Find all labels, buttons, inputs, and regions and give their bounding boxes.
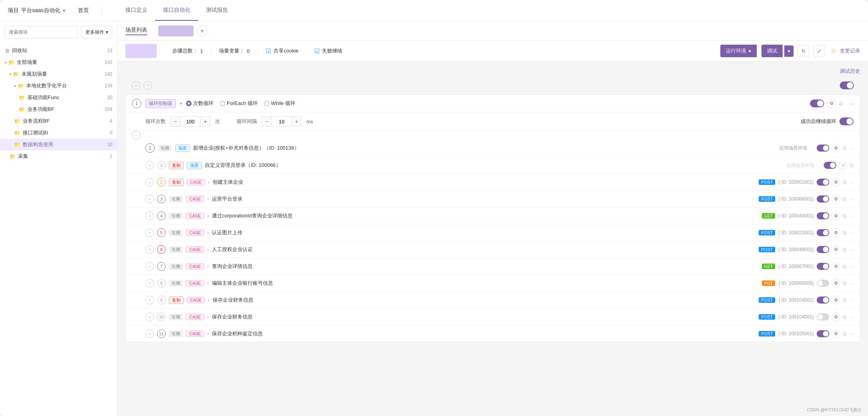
sidebar-item-api-test[interactable]: 📁 接口测试BI 0 <box>0 127 117 139</box>
loop-interval-input[interactable] <box>272 116 291 127</box>
step-1-gear-icon[interactable]: ⚙ <box>832 144 840 152</box>
sidebar-item-unplanned[interactable]: ▾ 📁 未规划场量 142 <box>0 68 117 80</box>
expand-button[interactable]: ⤢ <box>813 45 825 57</box>
step-5-copy-icon[interactable]: ⧉ <box>843 230 846 236</box>
step-2-enable-toggle[interactable] <box>817 179 829 186</box>
tab-interface-automation[interactable]: 接口自动化 <box>155 0 198 21</box>
radio-while-loop[interactable]: While 循环 <box>264 100 295 107</box>
add-before-step2[interactable]: + <box>145 178 154 186</box>
add-before-step5[interactable]: + <box>145 228 154 237</box>
sidebar-item-basic-func[interactable]: 📁 基础功能Func 20 <box>0 92 117 103</box>
step-11-more-icon[interactable]: ··· <box>849 331 854 337</box>
refresh-button[interactable]: ↻ <box>797 45 809 57</box>
loop-interval-decrease[interactable]: − <box>262 116 272 127</box>
step-7-enable-toggle[interactable] <box>817 263 829 270</box>
star-button[interactable]: ☆ <box>830 47 837 55</box>
step-6-copy-icon[interactable]: ⧉ <box>843 246 846 253</box>
step-1-copy-icon[interactable]: ⧉ <box>843 145 846 152</box>
share-cookie-checkbox[interactable]: ☑ <box>266 47 271 55</box>
loop-gear-icon[interactable]: ⚙ <box>827 99 836 108</box>
step-2-gear-icon[interactable]: ⚙ <box>832 178 840 186</box>
add-before-step10[interactable]: + <box>145 313 154 321</box>
controller-dropdown-icon[interactable]: ▾ <box>180 101 182 106</box>
step-11-gear-icon[interactable]: ⚙ <box>832 329 840 338</box>
step-4-copy-icon[interactable]: ⧉ <box>843 213 846 219</box>
step-10-gear-icon[interactable]: ⚙ <box>832 313 840 321</box>
project-dropdown-icon[interactable]: ▾ <box>63 7 65 14</box>
radio-count-loop[interactable]: 次数循环 <box>186 100 213 107</box>
scene1-gear-icon[interactable]: ⚙ <box>839 161 847 170</box>
step-4-more-icon[interactable]: ··· <box>849 213 854 219</box>
step-10-enable-toggle[interactable] <box>817 313 829 320</box>
add-before-scene1[interactable]: + <box>145 161 154 170</box>
step-3-enable-toggle[interactable] <box>817 195 829 203</box>
step-5-gear-icon[interactable]: ⚙ <box>832 228 840 237</box>
loop-count-decrease[interactable]: − <box>170 116 181 127</box>
loop-count-stepper[interactable]: − + <box>170 116 210 127</box>
loop-copy-icon[interactable]: ⧉ <box>839 100 843 107</box>
add-before-step7[interactable]: + <box>145 262 154 271</box>
step-5-enable-toggle[interactable] <box>817 229 829 236</box>
step-7-copy-icon[interactable]: ⧉ <box>843 263 846 270</box>
project-selector[interactable]: 项目 平台saas自动化 ▾ <box>8 7 65 14</box>
loop-enable-toggle[interactable] <box>810 99 824 107</box>
step-6-gear-icon[interactable]: ⚙ <box>832 245 840 254</box>
add-before-step11[interactable]: + <box>145 329 154 338</box>
sidebar-item-biz-flow[interactable]: 📁 业务流程BF 4 <box>0 115 117 127</box>
step-2-more-icon[interactable]: ··· <box>849 179 854 185</box>
step-9-gear-icon[interactable]: ⚙ <box>832 296 840 304</box>
step-10-more-icon[interactable]: ··· <box>849 314 854 320</box>
step-7-gear-icon[interactable]: ⚙ <box>832 262 840 271</box>
add-scenario-button[interactable]: + <box>197 25 208 36</box>
loop-block-toggle[interactable] <box>840 81 854 89</box>
sidebar-item-collect[interactable]: 📁 采集 1 <box>0 150 117 162</box>
step-4-gear-icon[interactable]: ⚙ <box>832 212 840 220</box>
fail-continue-control[interactable]: ☑ 失败继续 <box>306 47 350 55</box>
sidebar-item-localization[interactable]: ▾ 📁 本地化数字化平台 139 <box>0 80 117 92</box>
step-1-enable-toggle[interactable] <box>817 145 829 152</box>
remove-step-button[interactable]: − <box>143 81 152 90</box>
sidebar-item-data-construct[interactable]: 📁 数据构造使用 10 <box>0 139 117 150</box>
step-8-more-icon[interactable]: ··· <box>849 280 854 286</box>
add-before-step9[interactable]: + <box>145 296 154 304</box>
step-8-enable-toggle[interactable] <box>817 280 829 287</box>
step-5-more-icon[interactable]: ··· <box>849 230 854 236</box>
step-6-enable-toggle[interactable] <box>817 246 829 253</box>
step-6-more-icon[interactable]: ··· <box>849 246 854 253</box>
continue-loop-toggle[interactable] <box>839 118 854 125</box>
add-step-button[interactable]: + <box>132 81 140 90</box>
debug-button[interactable]: 调试 <box>761 45 783 57</box>
sidebar-item-recycle[interactable]: 🗑 回收站 13 <box>0 45 117 56</box>
step-10-copy-icon[interactable]: ⧉ <box>843 314 846 320</box>
share-cookie-control[interactable]: ☑ 共享cookie <box>258 47 306 55</box>
add-before-step6[interactable]: + <box>145 245 154 254</box>
radio-foreach-loop[interactable]: ForEach 循环 <box>220 100 258 107</box>
loop-interval-stepper[interactable]: − + <box>262 116 302 127</box>
loop-interval-increase[interactable]: + <box>291 116 302 127</box>
debug-history-link[interactable]: 调试历史 <box>840 68 860 74</box>
step-11-copy-icon[interactable]: ⧉ <box>843 331 846 337</box>
step-3-copy-icon[interactable]: ⧉ <box>843 196 846 203</box>
step-9-enable-toggle[interactable] <box>817 297 829 304</box>
sidebar-item-all-scenarios[interactable]: ▾ 📁 全部场量 142 <box>0 56 117 68</box>
fail-continue-checkbox[interactable]: ☑ <box>314 47 320 55</box>
scenario-tab-thumb[interactable] <box>158 25 193 36</box>
step-9-more-icon[interactable]: ··· <box>849 297 854 303</box>
search-input[interactable] <box>5 26 78 38</box>
add-before-step4[interactable]: + <box>145 212 154 220</box>
step-3-more-icon[interactable]: ··· <box>849 196 854 202</box>
change-record-button[interactable]: 变更记录 <box>840 47 860 54</box>
home-nav[interactable]: 首页 <box>73 7 94 14</box>
more-operations-button[interactable]: 更多操作 ▾ <box>81 26 112 38</box>
loop-more-icon[interactable]: ··· <box>849 101 854 107</box>
add-before-step1[interactable]: − <box>132 131 141 139</box>
loop-count-input[interactable] <box>181 116 200 127</box>
tab-test-report[interactable]: 测试报告 <box>198 0 236 21</box>
run-env-button[interactable]: 运行环境 ▾ <box>720 45 757 57</box>
tab-interface-definition[interactable]: 接口定义 <box>118 0 155 21</box>
step-3-gear-icon[interactable]: ⚙ <box>832 195 840 203</box>
scene1-enable-toggle[interactable] <box>824 162 836 169</box>
step-1-more-icon[interactable]: ··· <box>849 145 854 151</box>
debug-dropdown-button[interactable]: ▾ <box>784 45 794 57</box>
step-2-copy-icon[interactable]: ⧉ <box>843 179 846 186</box>
